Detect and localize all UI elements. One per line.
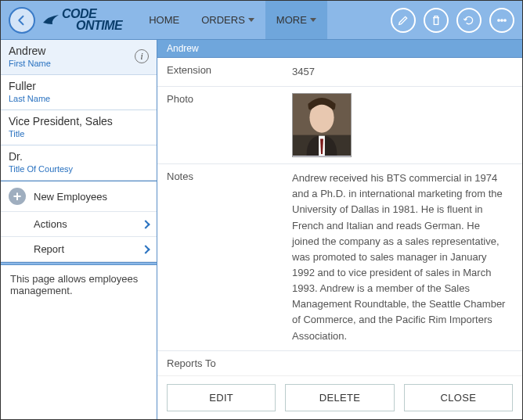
chevron-right-icon [141,220,150,228]
sidebar-field-lastname[interactable]: Fuller Last Name [1,75,157,110]
nav-tabs: HOME ORDERS MORE [138,1,327,39]
dots-icon [496,14,508,27]
row-extension: Extension 3457 [157,58,522,87]
chevron-down-icon [310,18,316,22]
svg-point-1 [501,19,503,20]
delete-header-button[interactable] [424,8,449,33]
breadcrumb: Andrew [157,40,522,58]
back-arrow-icon [15,13,29,27]
nav-orders[interactable]: ORDERS [190,1,265,39]
back-button[interactable] [9,7,35,34]
header-bar: CODE ONTIME HOME ORDERS MORE [1,1,522,40]
detail-content[interactable]: Extension 3457 Photo [157,58,522,375]
trash-icon [430,14,442,27]
sidebar-field-firstname[interactable]: Andrew First Name i [1,40,157,75]
body: Andrew First Name i Fuller Last Name Vic… [1,40,522,419]
main-panel: Andrew Extension 3457 Photo [157,40,522,419]
plus-icon: + [9,188,26,205]
sidebar-field-courtesy[interactable]: Dr. Title Of Courtesy [1,145,157,181]
delete-button[interactable]: DELETE [285,384,394,411]
sidebar-report[interactable]: Report [1,237,157,262]
row-photo: Photo [157,87,522,164]
sidebar: Andrew First Name i Fuller Last Name Vic… [1,40,157,419]
info-icon[interactable]: i [135,49,149,63]
chevron-down-icon [248,18,254,22]
chevron-right-icon [141,245,150,253]
bird-icon [41,13,60,27]
edit-button[interactable]: EDIT [167,384,276,411]
brand-logo: CODE ONTIME [41,9,122,31]
close-button[interactable]: CLOSE [404,384,513,411]
sidebar-field-title[interactable]: Vice President, Sales Title [1,110,157,145]
nav-more[interactable]: MORE [265,1,327,39]
sidebar-new-employees[interactable]: + New Employees [1,181,157,212]
brand-line2: ONTIME [62,20,122,31]
nav-home[interactable]: HOME [138,1,190,39]
svg-point-2 [504,19,506,20]
row-notes: Notes Andrew received his BTS commercial… [157,164,522,351]
svg-point-0 [498,19,500,20]
refresh-header-button[interactable] [456,8,482,33]
row-reports-to: Reports To [157,351,522,375]
employee-photo[interactable] [292,93,352,157]
pencil-icon [397,14,409,27]
sidebar-actions[interactable]: Actions [1,212,157,237]
more-header-button[interactable] [489,8,514,33]
app-frame: CODE ONTIME HOME ORDERS MORE [0,0,523,420]
sidebar-note: This page allows employees management. [1,265,157,304]
edit-header-button[interactable] [391,8,416,33]
footer-actions: EDIT DELETE CLOSE [157,375,522,419]
refresh-icon [463,14,475,27]
